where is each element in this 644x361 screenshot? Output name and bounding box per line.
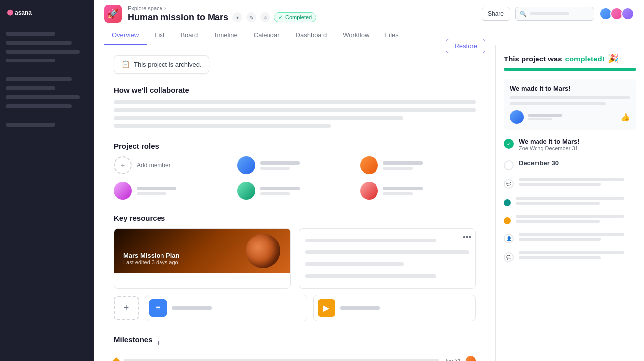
- sidebar-item[interactable]: [6, 104, 72, 108]
- sidebar-item[interactable]: [6, 123, 55, 127]
- timeline-item: 💬: [504, 178, 636, 189]
- sidebar-item[interactable]: [6, 86, 55, 90]
- add-member-item[interactable]: + Add member: [114, 156, 229, 174]
- mars-card-info: Mars Mission Plan Last edited 3 days ago: [118, 248, 184, 269]
- timeline-dot-bubble: 💬: [504, 252, 514, 262]
- breadcrumb-text[interactable]: Explore space: [128, 5, 162, 11]
- tab-overview[interactable]: Overview: [104, 26, 147, 45]
- sidebar-item[interactable]: [6, 95, 80, 99]
- skeleton-line: [305, 250, 469, 254]
- role-title: [260, 192, 290, 195]
- skeleton-line: [305, 239, 436, 242]
- role-title: [383, 192, 413, 195]
- text-line: [519, 233, 624, 236]
- tab-files[interactable]: Files: [377, 26, 406, 45]
- member-avatar: [360, 156, 378, 174]
- header: 🚀 Explore space › Human mission to Mars …: [94, 0, 644, 45]
- search-text-placeholder: [530, 12, 569, 15]
- doc-label: [340, 306, 380, 310]
- text-line: [519, 178, 624, 181]
- mars-planet: [246, 234, 280, 268]
- tab-dashboard[interactable]: Dashboard: [288, 26, 335, 45]
- skeleton-line: [305, 262, 404, 266]
- role-info: [383, 187, 423, 195]
- add-member-info: Add member: [137, 162, 171, 169]
- content-area: 📋 This project is archived. Restore How …: [94, 45, 644, 361]
- dropdown-toggle[interactable]: ▾: [232, 12, 242, 22]
- milestones-header: Milestones +: [114, 335, 476, 350]
- text-line: [519, 256, 601, 259]
- header-info: Explore space › Human mission to Mars ▾ …: [128, 5, 316, 23]
- role-info: [137, 187, 176, 195]
- milestone-row: Jan 31: [114, 356, 476, 361]
- right-panel: This project was completed! 🎉 We made it…: [495, 45, 644, 361]
- sidebar: asana: [0, 0, 94, 361]
- text-line: [519, 183, 601, 186]
- mars-resource-card[interactable]: Mars Mission Plan Last edited 3 days ago: [114, 228, 291, 289]
- member-avatar: [114, 182, 132, 200]
- sidebar-item[interactable]: [6, 50, 80, 54]
- add-member-label[interactable]: Add member: [137, 162, 171, 169]
- roles-section: Project roles + Add member: [114, 142, 476, 200]
- progress-bar-fill: [504, 68, 636, 71]
- role-title: [137, 192, 166, 195]
- roles-grid: + Add member: [114, 156, 476, 200]
- timeline-item: ✓ We made it to Mars! Zoe Wong December …: [504, 138, 636, 151]
- timeline-content: [516, 197, 636, 207]
- tab-list[interactable]: List: [147, 26, 172, 45]
- member-avatar: [360, 182, 378, 200]
- doc-label: [172, 306, 212, 310]
- timeline-dot-bubble: 💬: [504, 179, 514, 189]
- mars-card-image: Mars Mission Plan Last edited 3 days ago: [114, 229, 290, 273]
- edit-icon[interactable]: ✎: [246, 12, 256, 22]
- avatar-group: [599, 7, 634, 20]
- timeline: ✓ We made it to Mars! Zoe Wong December …: [504, 138, 636, 262]
- sidebar-item[interactable]: [6, 77, 72, 81]
- star-icon[interactable]: ☆: [260, 12, 270, 22]
- completion-emoji: 🎉: [608, 53, 619, 64]
- logo[interactable]: asana: [6, 8, 88, 20]
- completed-label: Completed: [285, 14, 312, 20]
- doc-resource-blue[interactable]: ≡: [145, 295, 307, 321]
- text-line: [519, 251, 624, 254]
- member-avatar: [237, 156, 255, 174]
- text-line: [516, 197, 624, 200]
- sidebar-item[interactable]: [6, 32, 55, 36]
- sidebar-item[interactable]: [6, 41, 72, 45]
- timeline-dot-gray: [504, 160, 514, 170]
- restore-button[interactable]: Restore: [446, 45, 485, 53]
- role-item: [360, 156, 476, 174]
- like-button[interactable]: 👍: [620, 113, 630, 122]
- share-button[interactable]: Share: [482, 7, 510, 21]
- completion-prefix: This project was: [504, 55, 562, 63]
- tab-workflow[interactable]: Workflow: [335, 26, 377, 45]
- text-line: [516, 215, 624, 218]
- role-name: [260, 161, 300, 165]
- add-resource-button[interactable]: +: [114, 296, 139, 320]
- add-milestone-button[interactable]: +: [157, 339, 161, 347]
- tab-timeline[interactable]: Timeline: [206, 26, 246, 45]
- tab-calendar[interactable]: Calendar: [246, 26, 288, 45]
- add-member-placeholder[interactable]: +: [114, 156, 132, 174]
- timeline-dot-teal: [504, 199, 511, 206]
- tab-board[interactable]: Board: [172, 26, 206, 45]
- timeline-content: We made it to Mars! Zoe Wong December 31: [519, 138, 636, 151]
- sidebar-item[interactable]: [6, 59, 55, 62]
- member-avatar: [237, 182, 255, 200]
- text-line: [516, 220, 600, 223]
- timeline-content: [519, 233, 636, 242]
- role-name: [137, 187, 176, 190]
- resource-card[interactable]: •••: [299, 228, 476, 289]
- doc-resource-yellow[interactable]: ▶: [313, 295, 476, 321]
- timeline-item: [504, 215, 636, 225]
- tabs: Overview List Board Timeline Calendar Da…: [104, 26, 634, 45]
- main-content: 📋 This project is archived. Restore How …: [94, 45, 495, 361]
- search-bar[interactable]: 🔍: [515, 7, 594, 21]
- role-info: [383, 161, 423, 170]
- more-options-button[interactable]: •••: [463, 233, 471, 241]
- project-title: Human mission to Mars: [128, 12, 228, 23]
- role-item: [237, 156, 353, 174]
- search-icon: 🔍: [520, 11, 527, 17]
- role-item: [114, 182, 229, 200]
- timeline-item: 👤: [504, 233, 636, 243]
